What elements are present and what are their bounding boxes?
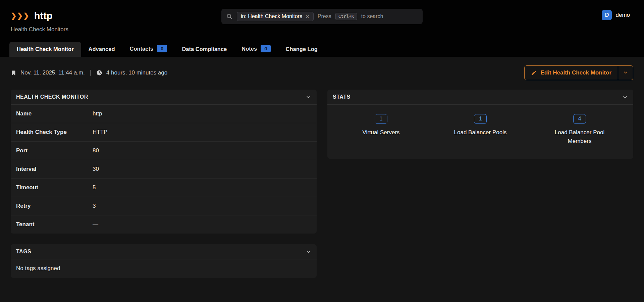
field-label: Tenant [16, 221, 93, 228]
panel-header: HEALTH CHECK MONITOR [11, 90, 317, 105]
tab-label: Change Log [285, 46, 317, 52]
tab-notes[interactable]: Notes 0 [234, 41, 278, 57]
field-value: 80 [93, 147, 311, 154]
field-value: — [93, 221, 311, 228]
panel-header: TAGS [11, 244, 317, 259]
collapse-chevron-icon[interactable] [306, 94, 311, 100]
chevron-down-icon [623, 70, 628, 76]
search-context-chip[interactable]: in: Health Check Monitors ✕ [237, 12, 314, 21]
edit-health-check-monitor-button[interactable]: Edit Health Check Monitor [524, 65, 618, 80]
left-column: HEALTH CHECK MONITOR Name http Health Ch… [11, 90, 317, 278]
divider [90, 70, 91, 76]
tags-panel: TAGS No tags assigned [11, 244, 317, 278]
field-value: 3 [93, 203, 311, 209]
stat-load-balancer-pool-members: 4 Load Balancer Pool Members [530, 114, 629, 146]
contacts-count-badge: 0 [157, 45, 167, 52]
created-timestamp: Nov. 11, 2025, 11:44 a.m. [20, 69, 85, 76]
field-label: Port [16, 147, 93, 154]
tab-bar: Health Check Monitor Advanced Contacts 0… [0, 34, 644, 57]
tab-label: Notes [241, 46, 257, 52]
bookmark-icon [11, 70, 16, 76]
breadcrumb[interactable]: Health Check Monitors [11, 26, 68, 34]
search-hint-press: Press [318, 13, 331, 19]
search-hint-suffix: to search [361, 13, 383, 19]
tab-change-log[interactable]: Change Log [278, 42, 325, 57]
stat-virtual-servers: 1 Virtual Servers [331, 114, 431, 146]
stat-load-balancer-pools: 1 Load Balancer Pools [431, 114, 530, 146]
panel-header: STATS [327, 90, 633, 105]
content-area: HEALTH CHECK MONITOR Name http Health Ch… [0, 90, 644, 289]
stats-panel: STATS 1 Virtual Servers 1 Load Balancer … [327, 90, 633, 159]
chip-close-icon[interactable]: ✕ [305, 14, 310, 19]
stat-count-badge[interactable]: 1 [474, 114, 486, 124]
field-row-health-check-type: Health Check Type HTTP [11, 123, 317, 142]
top-bar: ❯❯❯ http Health Check Monitors in: Healt… [0, 0, 644, 34]
timestamps: Nov. 11, 2025, 11:44 a.m. 4 hours, 10 mi… [11, 69, 167, 76]
search-icon [226, 13, 233, 20]
stat-label: Load Balancer Pools [454, 128, 507, 137]
updated-relative-time: 4 hours, 10 minutes ago [106, 69, 167, 76]
health-check-monitor-panel: HEALTH CHECK MONITOR Name http Health Ch… [11, 90, 317, 234]
field-row-interval: Interval 30 [11, 160, 317, 179]
pencil-icon [531, 70, 537, 76]
tab-label: Data Compliance [182, 46, 227, 52]
meta-row: Nov. 11, 2025, 11:44 a.m. 4 hours, 10 mi… [0, 57, 644, 90]
right-column: STATS 1 Virtual Servers 1 Load Balancer … [327, 90, 633, 159]
panel-title: STATS [333, 94, 351, 100]
ctrl-k-shortcut: Ctrl+K [335, 13, 357, 20]
collapse-chevron-icon[interactable] [622, 94, 628, 100]
tab-label: Advanced [89, 46, 115, 52]
field-row-name: Name http [11, 105, 317, 123]
tab-advanced[interactable]: Advanced [81, 42, 122, 57]
tab-health-check-monitor[interactable]: Health Check Monitor [9, 42, 81, 57]
field-value: HTTP [93, 129, 311, 136]
app-logo[interactable]: ❯❯❯ [11, 12, 30, 20]
field-row-port: Port 80 [11, 142, 317, 160]
clock-icon [96, 70, 102, 76]
field-row-timeout: Timeout 5 [11, 179, 317, 197]
page-title: http [34, 10, 53, 21]
tab-contacts[interactable]: Contacts 0 [122, 41, 174, 57]
tags-empty-message: No tags assigned [11, 259, 317, 278]
collapse-chevron-icon[interactable] [306, 249, 311, 255]
panel-title: HEALTH CHECK MONITOR [16, 94, 88, 100]
panel-title: TAGS [16, 249, 31, 255]
stat-label: Virtual Servers [362, 128, 399, 137]
tab-label: Health Check Monitor [17, 46, 74, 52]
tab-data-compliance[interactable]: Data Compliance [174, 42, 234, 57]
field-value: 5 [93, 184, 311, 191]
stat-count-badge[interactable]: 4 [573, 114, 586, 124]
edit-button-label: Edit Health Check Monitor [540, 69, 611, 76]
field-value: http [93, 110, 311, 117]
notes-count-badge: 0 [261, 45, 271, 52]
avatar: D [602, 10, 612, 20]
field-label: Timeout [16, 184, 93, 191]
global-search[interactable]: in: Health Check Monitors ✕ Press Ctrl+K… [221, 9, 423, 24]
edit-split-button: Edit Health Check Monitor [524, 65, 633, 80]
field-row-tenant: Tenant — [11, 215, 317, 234]
field-label: Name [16, 110, 93, 117]
stat-count-badge[interactable]: 1 [375, 114, 387, 124]
field-label: Interval [16, 166, 93, 172]
field-label: Health Check Type [16, 129, 93, 136]
search-chip-label: in: Health Check Monitors [241, 13, 302, 19]
stat-label: Load Balancer Pool Members [544, 128, 615, 146]
tab-label: Contacts [129, 46, 153, 52]
edit-dropdown-toggle[interactable] [618, 65, 633, 80]
user-menu[interactable]: D demo [602, 10, 630, 20]
stats-body: 1 Virtual Servers 1 Load Balancer Pools … [327, 105, 633, 159]
field-value: 30 [93, 166, 311, 172]
username: demo [615, 12, 630, 18]
field-label: Retry [16, 203, 93, 209]
field-row-retry: Retry 3 [11, 197, 317, 215]
